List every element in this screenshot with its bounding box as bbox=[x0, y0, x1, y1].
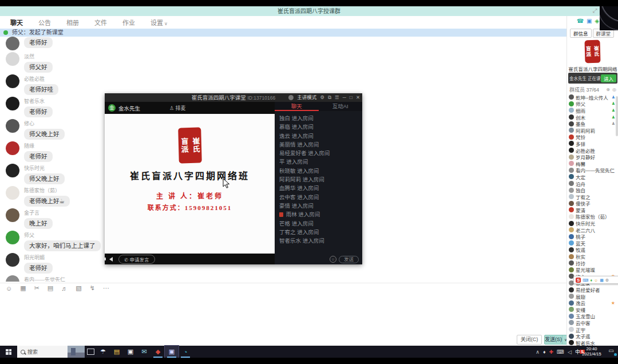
taskbar-search[interactable]: 搜索 bbox=[17, 346, 85, 358]
message-bubble[interactable]: 师父晚上好 bbox=[24, 129, 65, 140]
member-row[interactable]: 逸云 ♟ ★ bbox=[569, 299, 615, 306]
message-bubble[interactable]: 老师好 bbox=[24, 263, 53, 274]
shake-icon[interactable]: ↯ bbox=[90, 284, 95, 292]
sogou-logo-icon[interactable]: S bbox=[576, 278, 581, 283]
message-bubble[interactable]: 师父好 bbox=[24, 62, 53, 73]
avatar[interactable] bbox=[6, 119, 19, 133]
avatar[interactable] bbox=[6, 253, 19, 267]
avatar[interactable] bbox=[6, 52, 19, 66]
ime-icon[interactable]: ▦ bbox=[600, 278, 604, 283]
group-window-titlebar[interactable]: 崔氏盲派四期八字授课群 bbox=[0, 6, 618, 16]
taskbar-clock[interactable]: 20:40 2021/4/15 bbox=[580, 346, 603, 357]
message-bubble[interactable]: 老师好 bbox=[24, 106, 53, 117]
member-row[interactable]: 秋实 ♟ ★ bbox=[569, 253, 615, 260]
mic-queue-button[interactable]: ♙ 排麦 bbox=[169, 104, 186, 112]
sidebar-icon[interactable]: ▣ bbox=[587, 18, 592, 24]
member-list-scrollbar[interactable] bbox=[616, 96, 618, 136]
member-row[interactable]: 快乐时光 ♟ ★ bbox=[569, 220, 615, 227]
tab-classroom-chat[interactable]: 聊天 bbox=[275, 102, 319, 111]
tab-interaction-ai[interactable]: 互动AI bbox=[319, 102, 363, 111]
action-center-button[interactable]: ▭ bbox=[607, 347, 616, 355]
message-bubble[interactable]: 师父晚上好 bbox=[24, 173, 65, 184]
message-bubble[interactable]: 晚上好 bbox=[24, 218, 53, 229]
popout-icon[interactable]: ⧉ bbox=[328, 93, 331, 102]
member-row[interactable]: 细雨 ♟ ★ bbox=[569, 107, 615, 114]
avatar[interactable] bbox=[6, 231, 19, 244]
emoji-icon[interactable]: ☺ bbox=[330, 256, 336, 263]
tab-settings[interactable]: 设置∨ bbox=[150, 18, 168, 27]
tray-icon[interactable]: ◁ bbox=[568, 349, 572, 355]
message-bubble[interactable]: 老师好 bbox=[24, 37, 53, 48]
tab-announcement[interactable]: 公告 bbox=[38, 18, 51, 27]
member-row[interactable]: 牧遥 ♟ ★ bbox=[569, 247, 615, 254]
picture-icon[interactable]: ▧ bbox=[76, 284, 81, 292]
member-row[interactable]: 墨鱼 ♟ ★ bbox=[569, 120, 615, 127]
member-list[interactable]: 乾坤--烛火传人 ♟ ★ 师父 ♟ ★ 细雨 ♟ ★ bbox=[569, 94, 615, 358]
taskbar-app-button[interactable]: ▣ bbox=[165, 346, 179, 358]
speaker-icon[interactable] bbox=[109, 257, 113, 262]
enter-class-button[interactable]: 进入 bbox=[601, 74, 616, 82]
lecture-mode-label[interactable]: 主讲模式 bbox=[297, 93, 316, 102]
member-row[interactable]: 大定 ♟ ★ bbox=[569, 173, 615, 180]
add-member-icon[interactable]: ⊕ bbox=[606, 87, 610, 92]
member-row[interactable]: 展翅 ♟ ★ bbox=[569, 293, 615, 300]
ime-icon[interactable]: ♦ bbox=[590, 278, 592, 283]
search-member-icon[interactable]: ◎ bbox=[612, 87, 616, 92]
ime-icon[interactable]: ⌨ bbox=[583, 278, 588, 283]
audio-icon[interactable]: ♬ bbox=[61, 285, 68, 292]
taskbar-app-button[interactable]: ▤ bbox=[110, 346, 124, 358]
emoji-icon[interactable]: ☺ bbox=[6, 285, 12, 292]
message-bubble[interactable]: 老师好 bbox=[24, 151, 53, 162]
tray-icon[interactable]: ∧ bbox=[536, 349, 540, 355]
member-row[interactable]: 必胜必胜 ♟ ★ bbox=[569, 147, 615, 154]
avatar[interactable] bbox=[6, 97, 19, 110]
taskbar-app-button[interactable]: ▣ bbox=[124, 346, 137, 358]
screenshot-scissors-icon[interactable]: ✂ bbox=[34, 284, 39, 292]
avatar[interactable] bbox=[6, 275, 19, 282]
member-row[interactable]: 独白 ♟ ★ bbox=[569, 187, 615, 193]
news-widget-thumbnail[interactable] bbox=[68, 346, 85, 358]
taskbar-app-button[interactable]: ◆ bbox=[151, 346, 165, 358]
sidebar-icon[interactable]: ◈ bbox=[595, 18, 600, 24]
message-bubble[interactable]: 老师好哇 bbox=[24, 84, 58, 95]
avatar[interactable] bbox=[6, 37, 19, 50]
tab-chat[interactable]: 聊天 bbox=[10, 18, 23, 27]
avatar[interactable] bbox=[6, 208, 19, 222]
member-row[interactable]: 师父 ♟ ★ bbox=[569, 101, 615, 108]
message-bubble[interactable]: 老师晚上好☕ bbox=[24, 196, 70, 207]
member-row[interactable]: 易经爱好者 ♟ ★ bbox=[569, 286, 615, 293]
room-event-list[interactable]: 独白 进入房间 慕临 进入房间 逸云 进入房间 bbox=[275, 111, 362, 254]
tray-icon[interactable]: ✚ bbox=[549, 349, 554, 355]
task-view-button[interactable] bbox=[85, 347, 96, 357]
menu-icon[interactable]: ☰ bbox=[335, 93, 339, 102]
ime-icon[interactable]: ⚙ bbox=[605, 278, 609, 283]
ime-toolbar[interactable]: S ⌨♦☺▦⚙ bbox=[573, 276, 618, 284]
member-row[interactable]: 正宇 ♟ ★ bbox=[569, 326, 615, 333]
avatar[interactable] bbox=[6, 186, 19, 200]
chat-input-area[interactable] bbox=[0, 293, 564, 333]
member-row[interactable]: 多铎 ♟ ★ bbox=[569, 140, 615, 147]
member-row[interactable]: 梅馨 ♟ ★ bbox=[569, 160, 615, 167]
member-row[interactable]: 岁月静好 ♟ ★ bbox=[569, 153, 615, 160]
settings-icon[interactable]: ⚙ bbox=[320, 93, 324, 102]
request-speak-button[interactable]: ✆ 申请发言 bbox=[118, 255, 155, 264]
member-row[interactable]: 安缦 ♟ ★ bbox=[569, 306, 615, 313]
more-icon[interactable]: ⋯ bbox=[103, 284, 109, 292]
tab-homework[interactable]: 作业 bbox=[122, 18, 135, 27]
member-row[interactable]: 陈德家怡（茹） ♟ ★ bbox=[569, 213, 615, 220]
member-row[interactable]: 智者乐水 ♟ ★ bbox=[569, 339, 615, 346]
ime-icon[interactable]: ☺ bbox=[594, 278, 598, 283]
close-icon[interactable]: ✕ bbox=[356, 93, 360, 102]
member-row[interactable]: 玉龙雪山 ♟ ★ bbox=[569, 313, 615, 320]
file-icon[interactable]: ▤ bbox=[47, 284, 53, 292]
minimize-icon[interactable]: ─ bbox=[343, 93, 346, 102]
member-row[interactable]: 梵铃 ♟ ★ bbox=[569, 134, 615, 141]
avatar[interactable] bbox=[6, 164, 19, 177]
member-row[interactable]: 阿莉阿莉 ♟ ★ bbox=[569, 127, 615, 134]
classroom-send-button[interactable]: 发送 bbox=[339, 256, 359, 263]
member-row[interactable]: 蒙清 ♟ ★ bbox=[569, 207, 615, 213]
tray-icon[interactable]: ♦ bbox=[543, 349, 546, 355]
member-row[interactable]: 蓝天 ♟ ★ bbox=[569, 240, 615, 247]
member-row[interactable]: 云中客 ♟ ★ bbox=[569, 319, 615, 326]
new-class-notice[interactable]: 师父：发起了新课堂 bbox=[0, 29, 567, 37]
